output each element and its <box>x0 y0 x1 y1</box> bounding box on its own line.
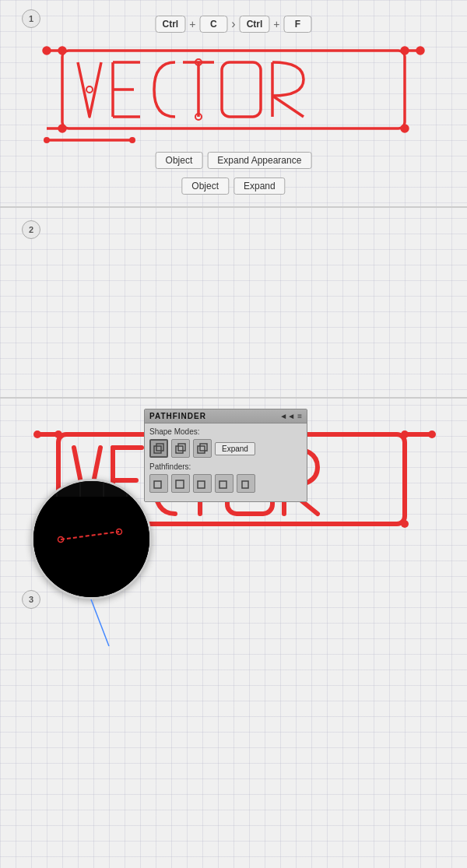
svg-rect-49 <box>200 444 207 451</box>
pathfinder-collapse[interactable]: ◄◄ <box>279 412 295 420</box>
menu-row-1: Object Expand Appearance <box>156 152 312 169</box>
svg-point-8 <box>417 47 423 54</box>
pathfinder-titlebar: PATHFINDER ◄◄ ≡ <box>145 409 307 423</box>
zoom-circle-top-inner <box>33 481 149 597</box>
trim-icon[interactable] <box>171 474 190 493</box>
key-f: F <box>284 16 312 33</box>
svg-rect-51 <box>176 480 184 488</box>
zoom-circle-top <box>31 479 152 599</box>
svg-rect-48 <box>198 446 205 453</box>
divide-icon[interactable] <box>149 474 168 493</box>
pathfinder-panel: PATHFINDER ◄◄ ≡ Shape Modes: <box>144 409 307 502</box>
key-ctrl-2: Ctrl <box>240 16 270 33</box>
svg-line-96 <box>91 599 109 646</box>
crop-icon[interactable] <box>215 474 234 493</box>
pathfinder-controls: ◄◄ ≡ <box>279 412 302 420</box>
arrow-sep: › <box>231 17 235 31</box>
svg-rect-44 <box>154 446 161 453</box>
section-3: 3 PATHFINDER ◄◄ ≡ Shape Modes: <box>0 397 467 868</box>
svg-rect-52 <box>198 481 205 488</box>
svg-rect-64 <box>33 497 149 597</box>
minus-front-icon[interactable] <box>171 439 190 458</box>
expand-button[interactable]: Expand <box>234 177 286 195</box>
svg-point-4 <box>402 125 408 132</box>
keys-row: Ctrl + C › Ctrl + F <box>155 16 311 33</box>
section-1: 1 Ctrl + C › Ctrl + F <box>0 0 467 206</box>
pathfinder-title: PATHFINDER <box>149 412 206 420</box>
svg-rect-53 <box>219 481 226 488</box>
section-2: 2 <box>0 206 467 397</box>
svg-rect-46 <box>176 446 183 453</box>
svg-point-9 <box>44 47 50 54</box>
svg-point-21 <box>129 137 135 143</box>
plus-sep-2: + <box>273 18 279 30</box>
key-ctrl-1: Ctrl <box>155 16 185 33</box>
plus-sep-1: + <box>189 18 195 30</box>
pathfinders-label: Pathfinders: <box>149 462 302 471</box>
svg-rect-54 <box>242 481 248 488</box>
outline-icon[interactable] <box>237 474 255 493</box>
shape-modes-icons: Expand <box>149 439 302 458</box>
svg-rect-15 <box>222 62 261 117</box>
object-button-1[interactable]: Object <box>156 152 203 169</box>
svg-rect-47 <box>178 444 185 451</box>
object-button-2[interactable]: Object <box>181 177 229 195</box>
merge-icon[interactable] <box>193 474 212 493</box>
unite-icon[interactable] <box>149 439 168 458</box>
key-c: C <box>199 16 227 33</box>
pathfinder-menu[interactable]: ≡ <box>297 412 302 420</box>
svg-rect-50 <box>154 481 161 488</box>
pathfinders-icons <box>149 474 302 493</box>
intersect-icon[interactable] <box>193 439 212 458</box>
step-circle-3: 3 <box>22 590 40 609</box>
step-circle-1: 1 <box>22 9 40 28</box>
pathfinder-body: Shape Modes: <box>145 423 307 501</box>
vector-text-1 <box>39 35 428 144</box>
expand-appearance-button[interactable]: Expand Appearance <box>207 152 311 169</box>
svg-point-17 <box>86 86 93 93</box>
svg-rect-45 <box>156 444 163 451</box>
step-circle-2: 2 <box>22 220 40 239</box>
shape-modes-label: Shape Modes: <box>149 427 302 436</box>
pathfinder-expand-button[interactable]: Expand <box>215 442 255 455</box>
svg-point-22 <box>44 137 50 143</box>
menu-row-2: Object Expand <box>181 177 285 195</box>
svg-line-16 <box>272 96 304 117</box>
